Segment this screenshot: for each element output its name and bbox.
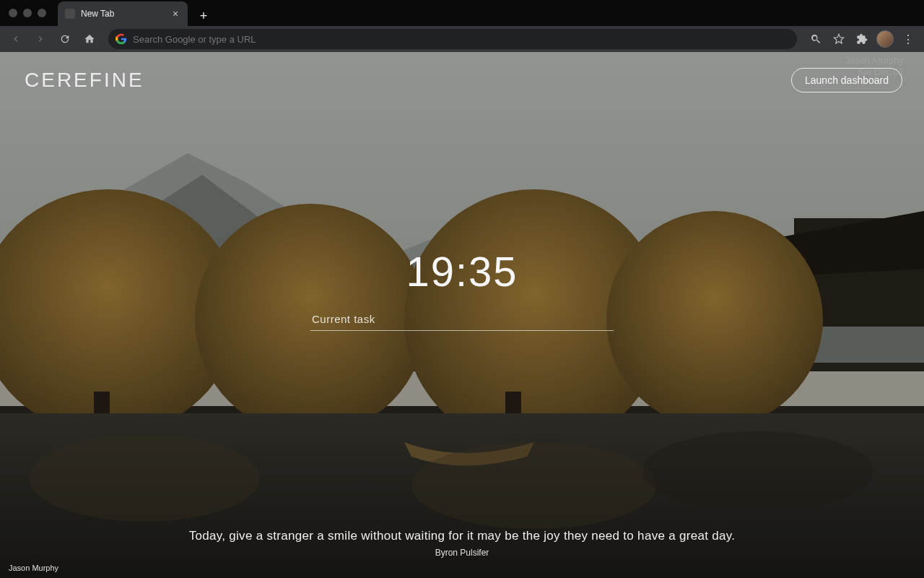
watermark-name: Jason Murphy <box>845 55 904 66</box>
center-block: 19:35 <box>0 71 924 507</box>
newtab-overlay: CEREFINE Jason Murphy Sat Dec 01 Launch … <box>0 52 924 578</box>
home-button[interactable] <box>79 29 100 49</box>
extensions-puzzle-icon[interactable] <box>852 29 872 49</box>
window-close-dot[interactable] <box>9 9 17 17</box>
google-icon <box>116 33 127 45</box>
reload-button[interactable] <box>55 29 75 49</box>
page-viewport: CEREFINE Jason Murphy Sat Dec 01 Launch … <box>0 52 924 578</box>
toolbar-right: ⋮ <box>806 29 918 49</box>
window-minimize-dot[interactable] <box>23 9 32 17</box>
profile-avatar <box>876 30 894 48</box>
window-controls <box>9 9 46 17</box>
omnibox[interactable] <box>108 29 797 49</box>
bookmark-star-icon[interactable] <box>829 29 849 49</box>
zoom-icon[interactable] <box>806 29 826 49</box>
window-zoom-dot[interactable] <box>38 9 46 17</box>
clock-display: 19:35 <box>406 247 518 296</box>
browser-toolbar: ⋮ <box>0 26 924 52</box>
quote-text: Today, give a stranger a smile without w… <box>0 529 924 543</box>
close-tab-icon[interactable]: × <box>170 9 180 19</box>
tab-title: New Tab <box>81 9 165 19</box>
profile-button[interactable] <box>875 29 895 49</box>
nav-forward-button[interactable] <box>30 29 51 49</box>
quote-block: Today, give a stranger a smile without w… <box>0 529 924 578</box>
current-task-field[interactable] <box>310 309 614 331</box>
quote-author: Byron Pulsifer <box>0 548 924 558</box>
current-task-input[interactable] <box>312 313 612 325</box>
window-titlebar: New Tab × + <box>0 0 924 26</box>
tab-strip: New Tab × + <box>58 0 915 26</box>
browser-window: New Tab × + <box>0 0 924 578</box>
chrome-menu-icon[interactable]: ⋮ <box>898 29 918 49</box>
nav-back-button[interactable] <box>6 29 26 49</box>
browser-tab-active[interactable]: New Tab × <box>58 1 188 26</box>
new-tab-button[interactable]: + <box>193 6 214 26</box>
omnibox-input[interactable] <box>133 34 790 45</box>
tab-favicon <box>65 9 75 19</box>
photo-credit: Jason Murphy <box>9 564 58 572</box>
